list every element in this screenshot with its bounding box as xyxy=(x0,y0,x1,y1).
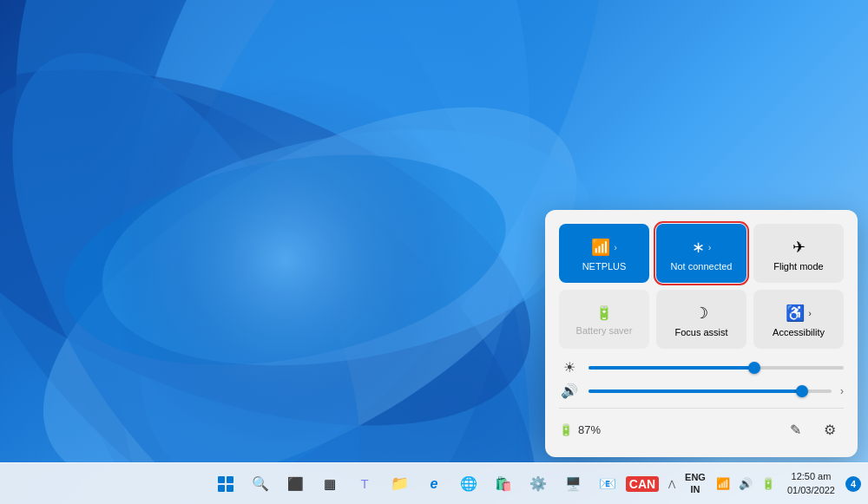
settings-taskbar-button[interactable]: ⚙️ xyxy=(523,468,554,500)
file-explorer-button[interactable]: 📁 xyxy=(384,468,415,500)
battery-icon-display: 🔋 xyxy=(559,423,573,436)
brightness-icon: ☀ xyxy=(559,359,580,376)
flight-mode-tile[interactable]: ✈ Flight mode xyxy=(753,224,844,283)
volume-tray-icon[interactable]: 🔊 xyxy=(735,468,756,500)
panel-action-buttons: ✎ ⚙ xyxy=(781,416,844,443)
taskbar-center-icons: 🔍 ⬛ ▦ T 📁 e 🌐 🛍️ ⚙️ xyxy=(210,468,658,500)
mail-icon: 📧 xyxy=(599,475,616,492)
battery-tile-icon-row: 🔋 xyxy=(564,304,644,321)
search-button[interactable]: 🔍 xyxy=(245,468,276,500)
ie-button[interactable]: e xyxy=(418,468,450,500)
volume-fill xyxy=(589,389,802,393)
settings-button[interactable]: ⚙ xyxy=(816,416,844,443)
tray-volume-icon: 🔊 xyxy=(739,477,753,490)
show-hidden-icons-button[interactable]: ⋀ xyxy=(666,468,678,500)
flight-tile-label: Flight mode xyxy=(773,261,823,272)
volume-thumb[interactable] xyxy=(796,385,808,397)
control-panel-button[interactable]: 🖥️ xyxy=(557,468,589,500)
teams-icon: T xyxy=(360,476,368,491)
quick-settings-panel: 📶 › NETPLUS ∗ › Not connected ✈ Flight m… xyxy=(545,210,858,457)
wifi-tile-icon-row: 📶 › xyxy=(564,238,644,257)
edit-button[interactable]: ✎ xyxy=(781,416,809,443)
tray-battery-icon: 🔋 xyxy=(761,477,775,490)
edge-button[interactable]: 🌐 xyxy=(453,468,484,500)
accessibility-chevron-icon[interactable]: › xyxy=(808,308,812,318)
focus-assist-label: Focus assist xyxy=(674,327,727,337)
flight-tile-icon-row: ✈ xyxy=(759,238,838,257)
wifi-chevron-icon[interactable]: › xyxy=(614,242,617,252)
brightness-slider-row: ☀ xyxy=(559,359,844,376)
notification-count: 4 xyxy=(851,479,856,489)
taskbar: 🔍 ⬛ ▦ T 📁 e 🌐 🛍️ ⚙️ xyxy=(0,462,868,504)
wifi-tray-icon[interactable]: 📶 xyxy=(713,468,733,500)
start-button[interactable] xyxy=(210,468,241,500)
battery-saver-icon: 🔋 xyxy=(595,304,613,321)
brightness-track[interactable] xyxy=(589,366,844,370)
settings-gear-icon: ⚙ xyxy=(824,422,836,438)
volume-chevron-icon[interactable]: › xyxy=(840,385,844,397)
bluetooth-chevron-icon[interactable]: › xyxy=(708,242,712,252)
clock-time: 12:50 am xyxy=(792,470,832,483)
svg-point-9 xyxy=(99,74,471,446)
panel-bottom-bar: 🔋 87% ✎ ⚙ xyxy=(559,408,844,443)
edit-icon: ✎ xyxy=(790,422,801,438)
brightness-fill xyxy=(589,366,754,370)
teams-button[interactable]: T xyxy=(349,468,380,500)
control-icon: 🖥️ xyxy=(565,476,582,492)
brightness-thumb[interactable] xyxy=(748,362,760,374)
store-button[interactable]: 🛍️ xyxy=(488,468,519,500)
mail-button[interactable]: 📧 xyxy=(592,468,623,500)
bluetooth-tile[interactable]: ∗ › Not connected xyxy=(656,224,746,283)
accessibility-label: Accessibility xyxy=(773,327,825,337)
battery-saver-label: Battery saver xyxy=(576,325,633,336)
can-icon: CAN xyxy=(626,476,659,492)
taskview-icon: ⬛ xyxy=(287,476,304,492)
bluetooth-tile-label: Not connected xyxy=(671,261,733,272)
settings-icon: ⚙️ xyxy=(529,475,547,492)
battery-percent-text: 87% xyxy=(578,423,601,436)
edge-icon: 🌐 xyxy=(460,475,477,492)
accessibility-tile-icon-row: ♿ › xyxy=(759,304,838,323)
volume-icon: 🔊 xyxy=(559,383,580,399)
ie-icon: e xyxy=(431,476,438,492)
focus-tile-icon-row: ☽ xyxy=(661,304,741,323)
battery-info: 🔋 87% xyxy=(559,423,601,436)
focus-assist-tile[interactable]: ☽ Focus assist xyxy=(656,290,746,349)
moon-icon: ☽ xyxy=(694,304,708,323)
language-indicator[interactable]: ENG IN xyxy=(680,463,711,504)
system-tray: ⋀ ENG IN 📶 🔊 🔋 12:50 am 01/03/2022 xyxy=(659,463,868,504)
bluetooth-icon: ∗ xyxy=(692,238,705,257)
widgets-button[interactable]: ▦ xyxy=(314,468,345,500)
battery-tray-icon[interactable]: 🔋 xyxy=(758,468,779,500)
language-text: ENG xyxy=(685,472,706,483)
tray-wifi-icon: 📶 xyxy=(716,477,730,490)
folder-icon: 📁 xyxy=(391,475,409,493)
region-text: IN xyxy=(691,484,700,495)
can-app-button[interactable]: CAN xyxy=(627,468,658,500)
windows-logo-icon xyxy=(218,476,233,492)
store-icon: 🛍️ xyxy=(495,475,512,492)
taskbar-right: ⋀ ENG IN 📶 🔊 🔋 12:50 am 01/03/2022 xyxy=(659,463,868,504)
airplane-icon: ✈ xyxy=(792,238,806,257)
clock-date: 01/03/2022 xyxy=(787,484,835,497)
accessibility-tile[interactable]: ♿ › Accessibility xyxy=(753,290,844,349)
quick-tiles-grid: 📶 › NETPLUS ∗ › Not connected ✈ Flight m… xyxy=(559,224,844,349)
volume-track[interactable] xyxy=(589,389,832,393)
bluetooth-tile-icon-row: ∗ › xyxy=(661,238,741,257)
battery-saver-tile[interactable]: 🔋 Battery saver xyxy=(559,290,649,349)
taskview-button[interactable]: ⬛ xyxy=(279,468,311,500)
search-icon: 🔍 xyxy=(252,475,269,492)
wifi-tile[interactable]: 📶 › NETPLUS xyxy=(559,224,649,283)
clock-button[interactable]: 12:50 am 01/03/2022 xyxy=(780,463,842,504)
widgets-icon: ▦ xyxy=(324,476,336,492)
wifi-icon: 📶 xyxy=(591,238,610,257)
volume-slider-row: 🔊 › xyxy=(559,383,844,399)
accessibility-icon: ♿ xyxy=(786,304,805,323)
wifi-tile-label: NETPLUS xyxy=(582,261,627,272)
notification-badge[interactable]: 4 xyxy=(845,476,861,492)
